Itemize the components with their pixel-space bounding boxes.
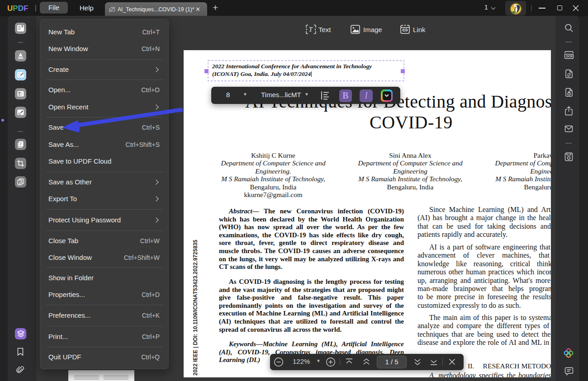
svg-text:OCR: OCR <box>566 55 573 58</box>
svg-text:T: T <box>309 26 313 33</box>
